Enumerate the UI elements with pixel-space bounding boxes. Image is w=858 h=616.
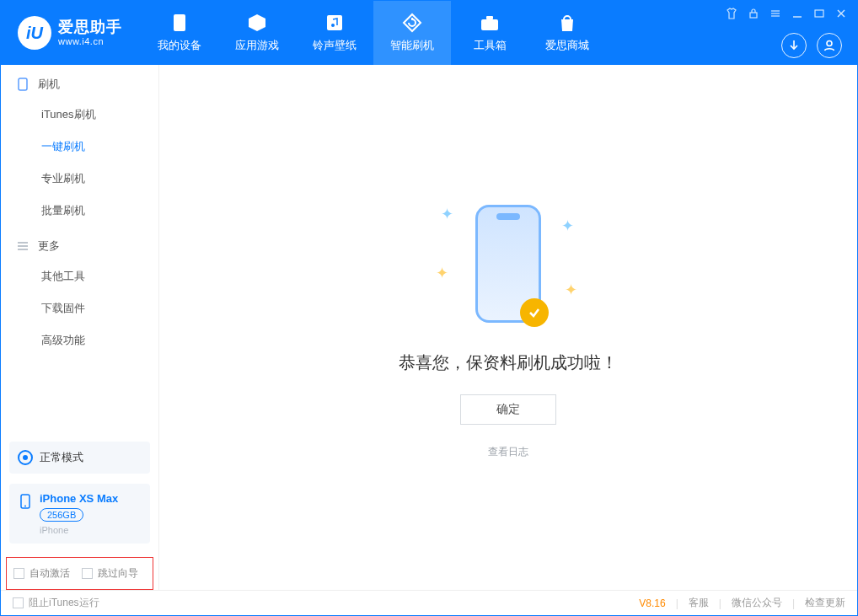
separator: | [792, 597, 795, 609]
bag-icon [557, 13, 577, 33]
minimize-icon[interactable] [790, 6, 805, 21]
brand-url: www.i4.cn [58, 36, 122, 46]
device-type: iPhone [40, 525, 118, 535]
svg-rect-0 [174, 14, 185, 31]
ok-button[interactable]: 确定 [460, 394, 556, 425]
device-icon [169, 13, 190, 33]
nav-label: 智能刷机 [390, 38, 434, 53]
sidebar-group-label: 更多 [38, 238, 60, 254]
checkbox-icon [82, 568, 93, 579]
sparkle-icon: ✦ [441, 205, 453, 223]
logo-text: 爱思助手 www.i4.cn [58, 19, 122, 46]
svg-rect-11 [815, 10, 823, 17]
checkbox-label: 自动激活 [29, 566, 70, 581]
sidebar-item-oneclick[interactable]: 一键刷机 [1, 131, 158, 163]
highlighted-options: 自动激活 跳过向导 [6, 557, 153, 590]
nav-my-device[interactable]: 我的设备 [141, 1, 218, 65]
separator: | [719, 597, 721, 609]
sparkle-icon: ✦ [561, 217, 574, 235]
checkbox-label: 跳过向导 [98, 566, 138, 581]
sidebar-item-batch[interactable]: 批量刷机 [1, 195, 158, 227]
wechat-link[interactable]: 微信公众号 [732, 596, 782, 610]
list-icon [16, 239, 29, 253]
mode-indicator-icon [18, 450, 33, 465]
sidebar-item-pro[interactable]: 专业刷机 [1, 163, 158, 195]
music-icon [324, 13, 345, 33]
nav-label: 工具箱 [474, 38, 507, 53]
svg-rect-2 [327, 15, 342, 30]
checkbox-label: 阻止iTunes运行 [29, 596, 99, 610]
sidebar-group-flash: 刷机 [1, 65, 158, 99]
device-mode-label: 正常模式 [40, 450, 83, 465]
svg-rect-6 [750, 13, 757, 18]
update-link[interactable]: 检查更新 [805, 596, 845, 610]
logo-icon: iU [18, 16, 51, 50]
sparkle-icon: ✦ [436, 264, 448, 282]
logo-block: iU 爱思助手 www.i4.cn [1, 1, 141, 65]
checkbox-icon [13, 568, 24, 579]
sidebar-group-more: 更多 [1, 227, 158, 260]
header: iU 爱思助手 www.i4.cn 我的设备 应用游戏 [1, 1, 857, 65]
lock-icon[interactable] [746, 6, 761, 21]
checkbox-block-itunes[interactable]: 阻止iTunes运行 [13, 596, 99, 610]
refresh-icon [402, 13, 422, 33]
device-icon [18, 494, 33, 509]
svg-rect-5 [486, 16, 493, 19]
body: 刷机 iTunes刷机 一键刷机 专业刷机 批量刷机 更多 其他工具 下载固件 … [1, 65, 857, 590]
support-link[interactable]: 客服 [689, 596, 709, 610]
nav-toolbox[interactable]: 工具箱 [451, 1, 528, 65]
nav-apps[interactable]: 应用游戏 [218, 1, 296, 65]
device-info[interactable]: iPhone XS Max 256GB iPhone [9, 484, 150, 544]
close-icon[interactable] [834, 6, 849, 21]
nav-flash[interactable]: 智能刷机 [373, 1, 451, 65]
device-mode[interactable]: 正常模式 [9, 442, 150, 474]
spacer [1, 356, 158, 437]
app-window: iU 爱思助手 www.i4.cn 我的设备 应用游戏 [0, 0, 858, 616]
phone-illustration-icon [475, 205, 541, 323]
view-log-link[interactable]: 查看日志 [488, 445, 528, 459]
separator: | [676, 597, 678, 609]
svg-marker-1 [249, 14, 265, 31]
menu-icon[interactable] [768, 6, 783, 21]
sidebar-item-other[interactable]: 其他工具 [1, 260, 158, 292]
sidebar-item-advanced[interactable]: 高级功能 [1, 324, 158, 356]
shirt-icon[interactable] [724, 6, 739, 21]
checkbox-auto-activate[interactable]: 自动激活 [13, 566, 70, 581]
maximize-icon[interactable] [812, 6, 827, 21]
brand-name: 爱思助手 [58, 19, 122, 36]
footer: 阻止iTunes运行 V8.16 | 客服 | 微信公众号 | 检查更新 [1, 590, 857, 615]
cube-icon [247, 13, 267, 33]
sidebar-item-itunes[interactable]: iTunes刷机 [1, 99, 158, 131]
checkbox-icon [13, 597, 24, 608]
user-button[interactable] [817, 33, 842, 58]
svg-point-14 [827, 41, 832, 46]
svg-point-3 [331, 24, 335, 27]
success-illustration: ✦ ✦ ✦ ✦ [424, 196, 593, 331]
footer-right: V8.16 | 客服 | 微信公众号 | 检查更新 [639, 596, 845, 610]
device-name: iPhone XS Max [40, 492, 118, 505]
device-storage-badge: 256GB [40, 508, 83, 522]
nav-ringtones[interactable]: 铃声壁纸 [296, 1, 373, 65]
device-text: iPhone XS Max 256GB iPhone [40, 492, 118, 535]
sidebar-item-firmware[interactable]: 下载固件 [1, 292, 158, 324]
success-title: 恭喜您，保资料刷机成功啦！ [399, 351, 618, 374]
window-controls [724, 6, 849, 21]
svg-rect-15 [19, 78, 27, 90]
nav-store[interactable]: 爱思商城 [528, 1, 606, 65]
nav-label: 我的设备 [158, 38, 201, 53]
top-nav: 我的设备 应用游戏 铃声壁纸 智能刷机 [141, 1, 606, 65]
check-badge-icon [520, 298, 549, 327]
phone-outline-icon [16, 78, 29, 91]
sidebar-group-label: 刷机 [38, 77, 60, 92]
toolbox-icon [480, 13, 500, 33]
header-actions [781, 33, 842, 58]
nav-label: 爱思商城 [545, 38, 589, 53]
sidebar: 刷机 iTunes刷机 一键刷机 专业刷机 批量刷机 更多 其他工具 下载固件 … [1, 65, 159, 590]
nav-label: 应用游戏 [235, 38, 279, 53]
checkbox-skip-guide[interactable]: 跳过向导 [82, 566, 138, 581]
svg-rect-4 [481, 19, 498, 30]
sparkle-icon: ✦ [565, 281, 577, 299]
main-content: ✦ ✦ ✦ ✦ 恭喜您，保资料刷机成功啦！ 确定 查看日志 [159, 65, 857, 590]
download-button[interactable] [781, 33, 807, 58]
svg-point-20 [24, 506, 26, 507]
